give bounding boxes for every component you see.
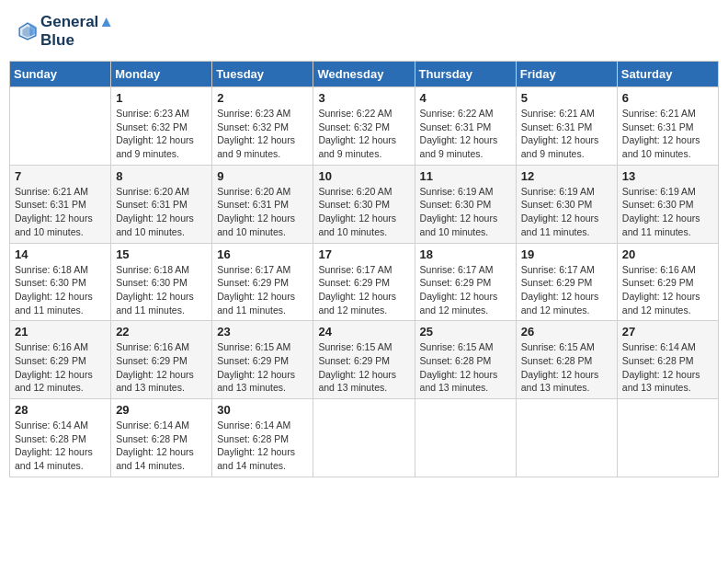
calendar-day-cell: 1Sunrise: 6:23 AM Sunset: 6:32 PM Daylig… <box>111 87 212 166</box>
weekday-header-cell: Thursday <box>415 62 516 87</box>
day-info: Sunrise: 6:19 AM Sunset: 6:30 PM Dayligh… <box>622 185 713 239</box>
day-number: 4 <box>420 91 511 105</box>
calendar-day-cell: 15Sunrise: 6:18 AM Sunset: 6:30 PM Dayli… <box>111 243 212 321</box>
calendar-week-row: 28Sunrise: 6:14 AM Sunset: 6:28 PM Dayli… <box>10 399 719 477</box>
day-number: 9 <box>217 169 308 183</box>
calendar-day-cell: 13Sunrise: 6:19 AM Sunset: 6:30 PM Dayli… <box>617 165 718 243</box>
calendar-day-cell: 29Sunrise: 6:14 AM Sunset: 6:28 PM Dayli… <box>111 399 212 477</box>
calendar-day-cell: 8Sunrise: 6:20 AM Sunset: 6:31 PM Daylig… <box>111 165 212 243</box>
day-number: 13 <box>622 169 713 183</box>
day-number: 18 <box>420 247 511 261</box>
day-info: Sunrise: 6:17 AM Sunset: 6:29 PM Dayligh… <box>521 263 612 317</box>
calendar-week-row: 14Sunrise: 6:18 AM Sunset: 6:30 PM Dayli… <box>10 243 719 321</box>
calendar-day-cell: 5Sunrise: 6:21 AM Sunset: 6:31 PM Daylig… <box>516 87 617 166</box>
day-number: 6 <box>622 91 713 105</box>
day-info: Sunrise: 6:21 AM Sunset: 6:31 PM Dayligh… <box>521 107 612 161</box>
day-number: 1 <box>116 91 207 105</box>
logo: General▲ Blue <box>17 13 114 50</box>
day-number: 21 <box>15 325 106 339</box>
calendar-day-cell: 28Sunrise: 6:14 AM Sunset: 6:28 PM Dayli… <box>10 399 111 477</box>
day-info: Sunrise: 6:21 AM Sunset: 6:31 PM Dayligh… <box>15 185 106 239</box>
day-info: Sunrise: 6:17 AM Sunset: 6:29 PM Dayligh… <box>420 263 511 317</box>
day-number: 30 <box>217 403 308 417</box>
calendar-day-cell: 21Sunrise: 6:16 AM Sunset: 6:29 PM Dayli… <box>10 321 111 399</box>
day-info: Sunrise: 6:15 AM Sunset: 6:28 PM Dayligh… <box>420 340 511 395</box>
day-number: 17 <box>318 247 409 261</box>
day-number: 11 <box>420 169 511 183</box>
calendar-day-cell: 7Sunrise: 6:21 AM Sunset: 6:31 PM Daylig… <box>10 165 111 243</box>
day-number: 10 <box>318 169 409 183</box>
day-number: 8 <box>116 169 207 183</box>
calendar-day-cell: 25Sunrise: 6:15 AM Sunset: 6:28 PM Dayli… <box>415 321 516 399</box>
day-info: Sunrise: 6:16 AM Sunset: 6:29 PM Dayligh… <box>15 340 106 395</box>
day-number: 16 <box>217 247 308 261</box>
day-info: Sunrise: 6:18 AM Sunset: 6:30 PM Dayligh… <box>15 263 106 317</box>
day-number: 27 <box>622 325 713 339</box>
calendar-day-cell: 10Sunrise: 6:20 AM Sunset: 6:30 PM Dayli… <box>313 165 415 243</box>
calendar-day-cell: 11Sunrise: 6:19 AM Sunset: 6:30 PM Dayli… <box>415 165 516 243</box>
weekday-header-cell: Monday <box>111 62 212 87</box>
day-info: Sunrise: 6:17 AM Sunset: 6:29 PM Dayligh… <box>217 263 308 317</box>
day-info: Sunrise: 6:20 AM Sunset: 6:31 PM Dayligh… <box>217 185 308 239</box>
calendar-day-cell: 27Sunrise: 6:14 AM Sunset: 6:28 PM Dayli… <box>617 321 718 399</box>
day-info: Sunrise: 6:16 AM Sunset: 6:29 PM Dayligh… <box>622 263 713 317</box>
day-info: Sunrise: 6:20 AM Sunset: 6:30 PM Dayligh… <box>318 185 409 239</box>
calendar-day-cell: 4Sunrise: 6:22 AM Sunset: 6:31 PM Daylig… <box>415 87 516 166</box>
calendar-day-cell <box>617 399 718 477</box>
calendar-day-cell: 2Sunrise: 6:23 AM Sunset: 6:32 PM Daylig… <box>212 87 313 166</box>
calendar-day-cell: 24Sunrise: 6:15 AM Sunset: 6:29 PM Dayli… <box>313 321 415 399</box>
calendar-day-cell <box>516 399 617 477</box>
day-number: 22 <box>116 325 207 339</box>
day-info: Sunrise: 6:14 AM Sunset: 6:28 PM Dayligh… <box>116 419 207 473</box>
day-info: Sunrise: 6:23 AM Sunset: 6:32 PM Dayligh… <box>116 107 207 161</box>
weekday-header-cell: Sunday <box>10 62 111 87</box>
weekday-header-cell: Saturday <box>617 62 718 87</box>
calendar-body: 1Sunrise: 6:23 AM Sunset: 6:32 PM Daylig… <box>10 87 719 477</box>
day-number: 19 <box>521 247 612 261</box>
day-number: 23 <box>217 325 308 339</box>
calendar-day-cell: 14Sunrise: 6:18 AM Sunset: 6:30 PM Dayli… <box>10 243 111 321</box>
calendar-day-cell: 23Sunrise: 6:15 AM Sunset: 6:29 PM Dayli… <box>212 321 313 399</box>
calendar-day-cell: 17Sunrise: 6:17 AM Sunset: 6:29 PM Dayli… <box>313 243 415 321</box>
day-info: Sunrise: 6:15 AM Sunset: 6:28 PM Dayligh… <box>521 340 612 395</box>
day-number: 12 <box>521 169 612 183</box>
calendar-day-cell <box>313 399 415 477</box>
calendar-day-cell: 30Sunrise: 6:14 AM Sunset: 6:28 PM Dayli… <box>212 399 313 477</box>
calendar-day-cell: 6Sunrise: 6:21 AM Sunset: 6:31 PM Daylig… <box>617 87 718 166</box>
day-info: Sunrise: 6:22 AM Sunset: 6:32 PM Dayligh… <box>318 107 409 161</box>
day-number: 28 <box>15 403 106 417</box>
day-number: 3 <box>318 91 409 105</box>
calendar-day-cell: 3Sunrise: 6:22 AM Sunset: 6:32 PM Daylig… <box>313 87 415 166</box>
calendar-week-row: 21Sunrise: 6:16 AM Sunset: 6:29 PM Dayli… <box>10 321 719 399</box>
day-number: 24 <box>318 325 409 339</box>
day-number: 14 <box>15 247 106 261</box>
weekday-header-cell: Wednesday <box>313 62 415 87</box>
weekday-header-cell: Tuesday <box>212 62 313 87</box>
day-info: Sunrise: 6:22 AM Sunset: 6:31 PM Dayligh… <box>420 107 511 161</box>
day-number: 2 <box>217 91 308 105</box>
calendar-day-cell: 22Sunrise: 6:16 AM Sunset: 6:29 PM Dayli… <box>111 321 212 399</box>
calendar-day-cell: 20Sunrise: 6:16 AM Sunset: 6:29 PM Dayli… <box>617 243 718 321</box>
calendar-day-cell: 12Sunrise: 6:19 AM Sunset: 6:30 PM Dayli… <box>516 165 617 243</box>
calendar-day-cell: 18Sunrise: 6:17 AM Sunset: 6:29 PM Dayli… <box>415 243 516 321</box>
day-number: 25 <box>420 325 511 339</box>
calendar-week-row: 1Sunrise: 6:23 AM Sunset: 6:32 PM Daylig… <box>10 87 719 166</box>
calendar-day-cell: 16Sunrise: 6:17 AM Sunset: 6:29 PM Dayli… <box>212 243 313 321</box>
calendar-day-cell <box>10 87 111 166</box>
weekday-header-row: SundayMondayTuesdayWednesdayThursdayFrid… <box>10 62 719 87</box>
weekday-header-cell: Friday <box>516 62 617 87</box>
day-info: Sunrise: 6:15 AM Sunset: 6:29 PM Dayligh… <box>318 340 409 395</box>
day-info: Sunrise: 6:23 AM Sunset: 6:32 PM Dayligh… <box>217 107 308 161</box>
day-info: Sunrise: 6:20 AM Sunset: 6:31 PM Dayligh… <box>116 185 207 239</box>
day-number: 15 <box>116 247 207 261</box>
calendar-day-cell: 9Sunrise: 6:20 AM Sunset: 6:31 PM Daylig… <box>212 165 313 243</box>
calendar-day-cell: 19Sunrise: 6:17 AM Sunset: 6:29 PM Dayli… <box>516 243 617 321</box>
day-number: 29 <box>116 403 207 417</box>
day-number: 20 <box>622 247 713 261</box>
day-info: Sunrise: 6:17 AM Sunset: 6:29 PM Dayligh… <box>318 263 409 317</box>
logo-text: General▲ Blue <box>40 13 114 50</box>
day-info: Sunrise: 6:15 AM Sunset: 6:29 PM Dayligh… <box>217 340 308 395</box>
day-info: Sunrise: 6:21 AM Sunset: 6:31 PM Dayligh… <box>622 107 713 161</box>
day-info: Sunrise: 6:18 AM Sunset: 6:30 PM Dayligh… <box>116 263 207 317</box>
calendar-day-cell: 26Sunrise: 6:15 AM Sunset: 6:28 PM Dayli… <box>516 321 617 399</box>
